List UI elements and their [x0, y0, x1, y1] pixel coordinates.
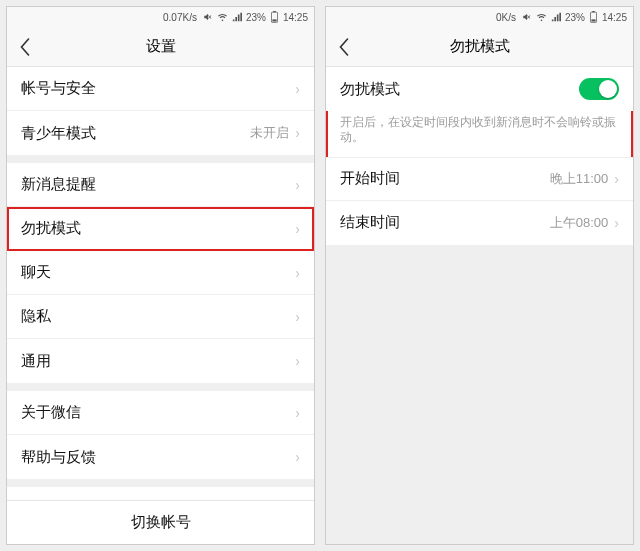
- back-button[interactable]: [7, 27, 43, 67]
- settings-content: 帐号与安全›青少年模式未开启›新消息提醒›勿扰模式›聊天›隐私›通用›关于微信›…: [7, 67, 314, 500]
- chevron-right-icon: ›: [295, 125, 300, 141]
- chevron-right-icon: ›: [295, 221, 300, 237]
- settings-row-隐私[interactable]: 隐私›: [7, 295, 314, 339]
- row-label: 帐号与安全: [21, 79, 295, 98]
- dnd-toggle-label: 勿扰模式: [340, 80, 579, 99]
- settings-row-帐号与安全[interactable]: 帐号与安全›: [7, 67, 314, 111]
- end-time-row[interactable]: 结束时间 上午08:00 ›: [326, 201, 633, 245]
- row-label: 通用: [21, 352, 295, 371]
- wifi-icon: [536, 12, 547, 22]
- navbar: 设置: [7, 27, 314, 67]
- page-title: 设置: [7, 37, 314, 56]
- chevron-right-icon: ›: [295, 265, 300, 281]
- settings-group: 关于微信›帮助与反馈›: [7, 391, 314, 479]
- settings-row-新消息提醒[interactable]: 新消息提醒›: [7, 163, 314, 207]
- settings-group: 帐号与安全›青少年模式未开启›: [7, 67, 314, 155]
- chevron-right-icon: ›: [295, 405, 300, 421]
- net-speed: 0.07K/s: [163, 12, 197, 23]
- chevron-right-icon: ›: [295, 449, 300, 465]
- chevron-right-icon: ›: [295, 177, 300, 193]
- settings-row-关于微信[interactable]: 关于微信›: [7, 391, 314, 435]
- settings-row-勿扰模式[interactable]: 勿扰模式›: [7, 207, 314, 251]
- chevron-left-icon: [20, 38, 31, 56]
- row-label: 青少年模式: [21, 124, 250, 143]
- phone-dnd: 0K/s 23% 14:25 勿扰模式 勿扰模式 开启后，在设定时间段内收到新消…: [325, 6, 634, 545]
- chevron-right-icon: ›: [614, 215, 619, 231]
- signal-icon: [232, 12, 242, 22]
- dnd-content: 勿扰模式 开启后，在设定时间段内收到新消息时不会响铃或振动。 开始时间 晚上11…: [326, 67, 633, 544]
- battery-icon: [270, 11, 279, 23]
- mute-icon: [203, 12, 213, 22]
- start-time-row[interactable]: 开始时间 晚上11:00 ›: [326, 157, 633, 201]
- row-label: 隐私: [21, 307, 295, 326]
- battery-icon: [589, 11, 598, 23]
- settings-row-插件[interactable]: 插件⊕›: [7, 487, 314, 500]
- dnd-toggle[interactable]: [579, 78, 619, 100]
- row-label: 新消息提醒: [21, 175, 295, 194]
- end-time-value: 上午08:00: [550, 214, 609, 232]
- row-label: 插件: [21, 500, 282, 501]
- page-title: 勿扰模式: [326, 37, 633, 56]
- end-time-label: 结束时间: [340, 213, 550, 232]
- start-time-label: 开始时间: [340, 169, 550, 188]
- clock: 14:25: [602, 12, 627, 23]
- mute-icon: [522, 12, 532, 22]
- chevron-left-icon: [339, 38, 350, 56]
- svg-rect-4: [592, 11, 594, 12]
- settings-row-通用[interactable]: 通用›: [7, 339, 314, 383]
- dnd-highlight-box: 勿扰模式 开启后，在设定时间段内收到新消息时不会响铃或振动。 开始时间 晚上11…: [326, 67, 633, 245]
- row-value: 未开启: [250, 124, 289, 142]
- battery-percent: 23%: [246, 12, 266, 23]
- row-label: 勿扰模式: [21, 219, 295, 238]
- settings-row-聊天[interactable]: 聊天›: [7, 251, 314, 295]
- chevron-right-icon: ›: [295, 81, 300, 97]
- chevron-right-icon: ›: [614, 171, 619, 187]
- chevron-right-icon: ›: [295, 309, 300, 325]
- net-speed: 0K/s: [496, 12, 516, 23]
- status-bar: 0K/s 23% 14:25: [326, 7, 633, 27]
- dnd-description: 开启后，在设定时间段内收到新消息时不会响铃或振动。: [326, 111, 633, 157]
- switch-account-label: 切换帐号: [131, 513, 191, 532]
- settings-row-青少年模式[interactable]: 青少年模式未开启›: [7, 111, 314, 155]
- row-label: 帮助与反馈: [21, 448, 295, 467]
- svg-rect-1: [273, 11, 275, 12]
- dnd-toggle-row[interactable]: 勿扰模式: [326, 67, 633, 111]
- chevron-right-icon: ›: [295, 353, 300, 369]
- status-bar: 0.07K/s 23% 14:25: [7, 7, 314, 27]
- settings-group: 插件⊕›: [7, 487, 314, 500]
- settings-row-帮助与反馈[interactable]: 帮助与反馈›: [7, 435, 314, 479]
- svg-rect-2: [272, 19, 276, 21]
- settings-group: 新消息提醒›勿扰模式›聊天›隐私›通用›: [7, 163, 314, 383]
- start-time-value: 晚上11:00: [550, 170, 609, 188]
- phone-settings: 0.07K/s 23% 14:25 设置 帐号与安全›青少年模式未开启›新消息提…: [6, 6, 315, 545]
- clock: 14:25: [283, 12, 308, 23]
- back-button[interactable]: [326, 27, 362, 67]
- row-label: 聊天: [21, 263, 295, 282]
- row-label: 关于微信: [21, 403, 295, 422]
- switch-account-button[interactable]: 切换帐号: [7, 500, 314, 544]
- wifi-icon: [217, 12, 228, 22]
- signal-icon: [551, 12, 561, 22]
- battery-percent: 23%: [565, 12, 585, 23]
- navbar: 勿扰模式: [326, 27, 633, 67]
- svg-rect-5: [591, 19, 595, 21]
